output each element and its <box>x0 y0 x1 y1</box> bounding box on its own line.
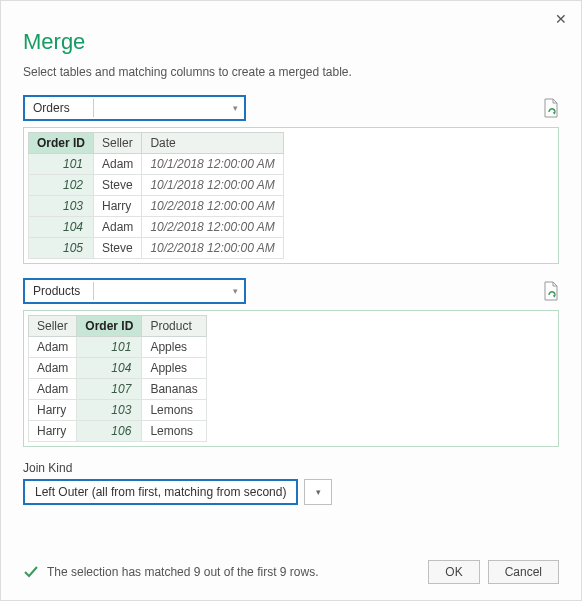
cell: Steve <box>94 175 142 196</box>
dialog-subtitle: Select tables and matching columns to cr… <box>23 65 559 79</box>
dialog-title: Merge <box>23 29 559 55</box>
chevron-down-icon[interactable]: ▾ <box>94 97 244 119</box>
table-row[interactable]: 102Steve10/1/2018 12:00:00 AM <box>29 175 284 196</box>
table1-picker[interactable]: Orders ▾ <box>23 95 246 121</box>
table2-preview: SellerOrder IDProductAdam101ApplesAdam10… <box>23 310 559 447</box>
table1-preview: Order IDSellerDate101Adam10/1/2018 12:00… <box>23 127 559 264</box>
table-row[interactable]: Adam101Apples <box>29 337 207 358</box>
cell: Lemons <box>142 421 206 442</box>
cell: Harry <box>29 421 77 442</box>
join-kind-value: Left Outer (all from first, matching fro… <box>25 483 296 501</box>
column-header[interactable]: Date <box>142 133 283 154</box>
cell: Apples <box>142 358 206 379</box>
cell: 103 <box>29 196 94 217</box>
cell: Harry <box>29 400 77 421</box>
match-status: The selection has matched 9 out of the f… <box>47 565 420 579</box>
cell: 10/1/2018 12:00:00 AM <box>142 175 283 196</box>
join-kind-label: Join Kind <box>23 461 559 475</box>
cell: 101 <box>29 154 94 175</box>
cell: Adam <box>29 337 77 358</box>
table-row[interactable]: 103Harry10/2/2018 12:00:00 AM <box>29 196 284 217</box>
cell: Bananas <box>142 379 206 400</box>
column-header[interactable]: Order ID <box>77 316 142 337</box>
table-row[interactable]: 104Adam10/2/2018 12:00:00 AM <box>29 217 284 238</box>
column-header[interactable]: Order ID <box>29 133 94 154</box>
table1-name: Orders <box>25 99 93 117</box>
cell: 101 <box>77 337 142 358</box>
cell: 10/1/2018 12:00:00 AM <box>142 154 283 175</box>
cell: Harry <box>94 196 142 217</box>
cell: 102 <box>29 175 94 196</box>
table-row[interactable]: Adam107Bananas <box>29 379 207 400</box>
cell: Adam <box>94 217 142 238</box>
table2-name: Products <box>25 282 93 300</box>
chevron-down-icon[interactable]: ▾ <box>94 280 244 302</box>
ok-button[interactable]: OK <box>428 560 479 584</box>
cell: 10/2/2018 12:00:00 AM <box>142 196 283 217</box>
join-kind-select[interactable]: Left Outer (all from first, matching fro… <box>23 479 298 505</box>
table-row[interactable]: Harry106Lemons <box>29 421 207 442</box>
cell: 104 <box>77 358 142 379</box>
cell: 10/2/2018 12:00:00 AM <box>142 217 283 238</box>
cell: Lemons <box>142 400 206 421</box>
cell: Adam <box>29 358 77 379</box>
cell: 106 <box>77 421 142 442</box>
cell: Steve <box>94 238 142 259</box>
table-row[interactable]: Harry103Lemons <box>29 400 207 421</box>
merge-dialog: ✕ Merge Select tables and matching colum… <box>0 0 582 601</box>
browse-file-icon[interactable] <box>543 281 559 301</box>
cell: 103 <box>77 400 142 421</box>
check-icon <box>23 564 39 580</box>
browse-file-icon[interactable] <box>543 98 559 118</box>
close-icon[interactable]: ✕ <box>555 11 567 27</box>
column-header[interactable]: Seller <box>94 133 142 154</box>
cell: 105 <box>29 238 94 259</box>
cancel-button[interactable]: Cancel <box>488 560 559 584</box>
cell: Adam <box>29 379 77 400</box>
cell: Adam <box>94 154 142 175</box>
column-header[interactable]: Seller <box>29 316 77 337</box>
cell: Apples <box>142 337 206 358</box>
table-row[interactable]: Adam104Apples <box>29 358 207 379</box>
column-header[interactable]: Product <box>142 316 206 337</box>
cell: 104 <box>29 217 94 238</box>
table2-picker[interactable]: Products ▾ <box>23 278 246 304</box>
cell: 107 <box>77 379 142 400</box>
table-row[interactable]: 105Steve10/2/2018 12:00:00 AM <box>29 238 284 259</box>
cell: 10/2/2018 12:00:00 AM <box>142 238 283 259</box>
table-row[interactable]: 101Adam10/1/2018 12:00:00 AM <box>29 154 284 175</box>
chevron-down-icon[interactable]: ▾ <box>304 479 332 505</box>
